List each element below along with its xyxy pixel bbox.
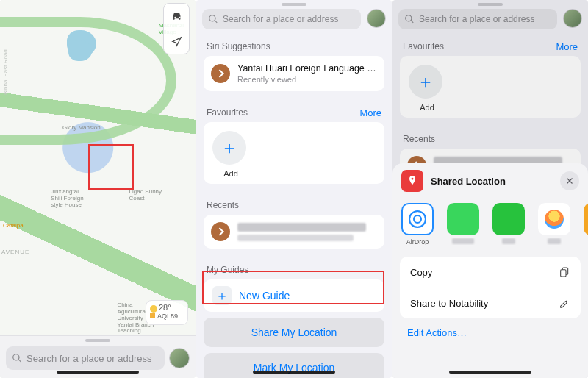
suggestion-subtitle: Recently viewed	[237, 75, 377, 84]
search-input[interactable]: Search for a place or address	[6, 346, 165, 370]
add-favourite-button[interactable]: ＋	[212, 131, 246, 165]
share-actions-list: Copy Share to Notability	[400, 257, 581, 318]
favourites-card: ＋ Add	[204, 122, 384, 184]
phone-map-screen: Mashanzi Village Glory Mansion Jinxiangt…	[0, 0, 196, 378]
share-sheet: Shared Location AirDrop	[392, 163, 588, 378]
weather-widget[interactable]: 28° AQI 89	[146, 300, 188, 325]
driving-mode-button[interactable]	[164, 4, 189, 29]
svg-rect-1	[561, 270, 566, 277]
share-my-location-button[interactable]: Share My Location	[204, 318, 384, 347]
section-header-recents: Recents	[196, 191, 392, 215]
share-app[interactable]	[447, 203, 479, 245]
pencil-icon	[559, 298, 570, 310]
share-app[interactable]	[538, 203, 570, 245]
search-icon	[12, 353, 22, 363]
airdrop-icon	[401, 203, 434, 235]
search-input[interactable]: Search for a place or address	[202, 9, 361, 29]
phone-share-sheet: Search for a place or address More Favou…	[392, 0, 588, 378]
more-link[interactable]: More	[359, 99, 392, 118]
share-app-more[interactable]	[584, 203, 588, 245]
poi-label: Catalpa	[3, 223, 24, 229]
grabber[interactable]	[85, 339, 110, 342]
suggestion-title: Yantai Huari Foreign Language School (..…	[237, 63, 377, 74]
annotation-highlight-box	[88, 144, 134, 190]
add-label: Add	[212, 169, 249, 178]
copy-action[interactable]: Copy	[400, 257, 581, 288]
annotation-highlight-box	[202, 271, 384, 304]
grabber[interactable]	[282, 3, 306, 6]
home-indicator	[253, 371, 335, 374]
poi-label: Jinxiangtai Shili Foreign- style House	[51, 189, 85, 208]
poi-label: Ligao Sunny Coast	[129, 189, 162, 202]
app-icon	[492, 203, 525, 235]
close-icon	[565, 176, 574, 185]
avatar[interactable]	[367, 9, 386, 28]
app-icon	[584, 203, 588, 235]
locate-me-button[interactable]	[164, 29, 189, 54]
recent-item[interactable]	[204, 215, 384, 249]
pin-icon	[401, 170, 423, 192]
edit-actions-link[interactable]: Edit Actions…	[392, 318, 588, 347]
siri-suggestion-item[interactable]: Yantai Huari Foreign Language School (..…	[204, 56, 384, 91]
home-indicator	[449, 371, 531, 374]
app-icon	[447, 203, 479, 235]
section-header-siri: Siri Suggestions	[196, 32, 392, 56]
share-app-airdrop[interactable]: AirDrop	[401, 203, 434, 245]
copy-icon	[559, 266, 570, 278]
map-controls	[163, 3, 190, 54]
share-app[interactable]	[492, 203, 525, 245]
search-placeholder: Search for a place or address	[26, 353, 152, 364]
poi-label: Glory Mansion	[62, 125, 101, 132]
poi-label: AVENUE	[1, 249, 29, 256]
location-bullet-icon	[211, 64, 230, 83]
home-indicator	[57, 371, 139, 374]
close-button[interactable]	[560, 171, 579, 190]
blurred-title	[237, 223, 366, 232]
avatar[interactable]	[169, 348, 190, 368]
app-icon	[538, 203, 570, 235]
share-apps-row[interactable]: AirDrop	[392, 199, 588, 252]
sun-icon	[150, 305, 157, 313]
poi-label: Binhai East Road	[3, 49, 10, 95]
share-sheet-title: Shared Location	[431, 176, 506, 187]
search-icon	[208, 14, 218, 24]
share-to-notability-action[interactable]: Share to Notability	[400, 288, 581, 318]
sheet-header: Search for a place or address	[196, 0, 392, 32]
location-bullet-icon	[211, 222, 230, 241]
blurred-subtitle	[237, 235, 354, 241]
mark-my-location-button[interactable]: Mark My Location	[204, 353, 384, 378]
phone-search-sheet: Search for a place or address Siri Sugge…	[196, 0, 392, 378]
aqi-icon	[150, 313, 155, 318]
